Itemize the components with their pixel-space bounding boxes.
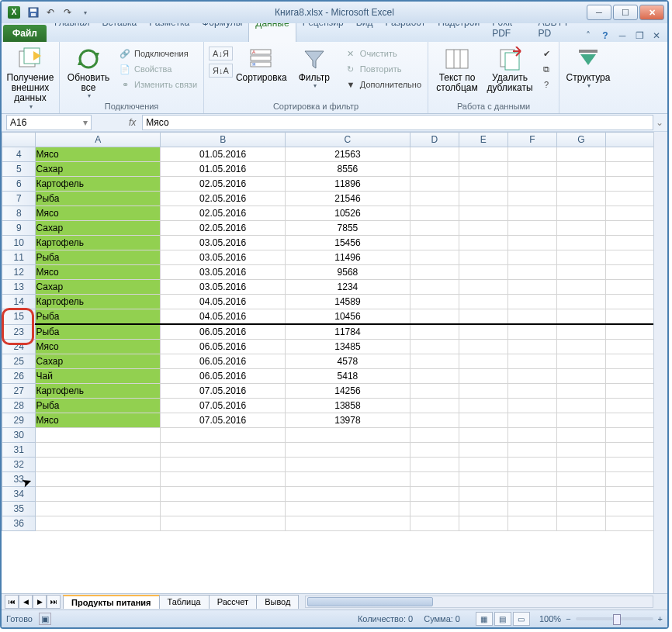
cell[interactable]: 04.05.2016 <box>161 295 286 309</box>
cell[interactable] <box>410 384 459 399</box>
sheet-tab[interactable]: Вывод <box>256 595 299 609</box>
qat-customize-icon[interactable] <box>78 5 92 19</box>
cell[interactable] <box>556 295 605 309</box>
cell[interactable] <box>286 443 410 458</box>
workbook-close-icon[interactable]: ✕ <box>650 29 663 42</box>
clear-filter-button[interactable]: ✕Очистить <box>343 47 423 60</box>
sheet-nav-prev-icon[interactable]: ◀ <box>19 595 33 609</box>
row-header[interactable]: 26 <box>2 369 36 384</box>
cell[interactable] <box>459 206 507 221</box>
data-row[interactable]: 28Рыба07.05.201613858 <box>2 399 654 413</box>
cell[interactable] <box>605 324 653 340</box>
cell[interactable] <box>410 221 459 236</box>
cell[interactable]: 06.05.2016 <box>161 369 286 384</box>
row-header[interactable]: 34 <box>2 487 36 502</box>
zoom-out-button[interactable]: − <box>566 614 570 623</box>
cell[interactable] <box>459 324 507 340</box>
cell[interactable] <box>459 516 507 531</box>
cell[interactable] <box>459 236 507 250</box>
cell[interactable]: Рыба <box>36 324 161 340</box>
cell[interactable] <box>459 177 507 192</box>
cell[interactable] <box>459 369 507 384</box>
cell[interactable] <box>459 428 507 443</box>
cell[interactable] <box>459 458 507 472</box>
cell[interactable]: 06.05.2016 <box>161 340 286 354</box>
refresh-all-button[interactable]: Обновить все <box>64 43 113 100</box>
cell[interactable] <box>507 162 556 177</box>
cell[interactable] <box>605 443 653 458</box>
zoom-level[interactable]: 100% <box>539 614 561 623</box>
cell[interactable] <box>459 384 507 399</box>
cell[interactable]: Мясо <box>36 265 161 280</box>
row-header[interactable]: 27 <box>2 384 36 399</box>
row-header[interactable]: 5 <box>2 162 36 177</box>
col-header[interactable] <box>605 133 653 147</box>
cell[interactable] <box>410 413 459 428</box>
cell[interactable]: Сахар <box>36 280 161 295</box>
row-header[interactable]: 23 <box>2 324 36 340</box>
cell[interactable]: 8556 <box>286 162 410 177</box>
data-row[interactable]: 23Рыба06.05.201611784 <box>2 324 654 340</box>
cell[interactable] <box>286 458 410 472</box>
col-header[interactable]: F <box>507 133 556 147</box>
row-header[interactable]: 32 <box>2 458 36 472</box>
fx-icon[interactable]: fx <box>129 117 136 128</box>
cell[interactable] <box>410 250 459 265</box>
cell[interactable] <box>161 458 286 472</box>
cell[interactable]: 03.05.2016 <box>161 265 286 280</box>
col-header[interactable]: A <box>36 133 161 147</box>
row-header[interactable]: 9 <box>2 221 36 236</box>
cell[interactable] <box>161 428 286 443</box>
cell[interactable] <box>410 206 459 221</box>
cell[interactable] <box>410 472 459 487</box>
get-external-data-button[interactable]: Получение внешних данных <box>6 43 54 110</box>
data-row[interactable]: 25Сахар06.05.20164578 <box>2 354 654 369</box>
qat-save-icon[interactable] <box>26 5 40 19</box>
cell[interactable] <box>556 458 605 472</box>
cell[interactable] <box>507 280 556 295</box>
cell[interactable] <box>459 354 507 369</box>
cell[interactable] <box>507 177 556 192</box>
data-row[interactable]: 10Картофель03.05.201615456 <box>2 236 654 250</box>
cell[interactable]: Рыба <box>36 192 161 206</box>
cell[interactable] <box>605 206 653 221</box>
cell[interactable] <box>605 428 653 443</box>
cell[interactable]: 11496 <box>286 250 410 265</box>
cell[interactable] <box>410 428 459 443</box>
cell[interactable] <box>507 516 556 531</box>
cell[interactable] <box>507 250 556 265</box>
col-header[interactable]: D <box>410 133 459 147</box>
cell[interactable] <box>605 177 653 192</box>
cell[interactable] <box>605 369 653 384</box>
cell[interactable] <box>556 369 605 384</box>
grid[interactable]: A B C D E F G 4Мясо01.05.2016215635Сахар… <box>2 132 653 593</box>
data-row[interactable]: 29Мясо07.05.201613978 <box>2 413 654 428</box>
empty-row[interactable]: 35 <box>2 502 654 516</box>
row-header[interactable]: 24 <box>2 340 36 354</box>
cell[interactable]: 5418 <box>286 369 410 384</box>
data-row[interactable]: 5Сахар01.05.20168556 <box>2 162 654 177</box>
cell[interactable]: 11896 <box>286 177 410 192</box>
advanced-filter-button[interactable]: ▼Дополнительно <box>343 78 423 92</box>
column-headers[interactable]: A B C D E F G <box>2 133 654 147</box>
consolidate-button[interactable]: ⧉ <box>539 62 554 76</box>
col-header[interactable]: E <box>459 133 507 147</box>
cell[interactable] <box>410 369 459 384</box>
cell[interactable] <box>507 295 556 309</box>
name-box[interactable]: A16▾ <box>6 115 92 130</box>
cell[interactable] <box>410 399 459 413</box>
cell[interactable] <box>459 443 507 458</box>
cell[interactable] <box>36 458 161 472</box>
empty-row[interactable]: 32 <box>2 458 654 472</box>
cell[interactable] <box>556 384 605 399</box>
row-header[interactable]: 30 <box>2 428 36 443</box>
formula-bar-expand-icon[interactable]: ⌄ <box>656 117 663 128</box>
cell[interactable]: 03.05.2016 <box>161 280 286 295</box>
cell[interactable] <box>507 413 556 428</box>
cell[interactable] <box>605 472 653 487</box>
workbook-restore-icon[interactable]: ❐ <box>633 29 646 42</box>
cell[interactable] <box>410 340 459 354</box>
cell[interactable] <box>507 236 556 250</box>
cell[interactable] <box>556 516 605 531</box>
cell[interactable]: 03.05.2016 <box>161 236 286 250</box>
